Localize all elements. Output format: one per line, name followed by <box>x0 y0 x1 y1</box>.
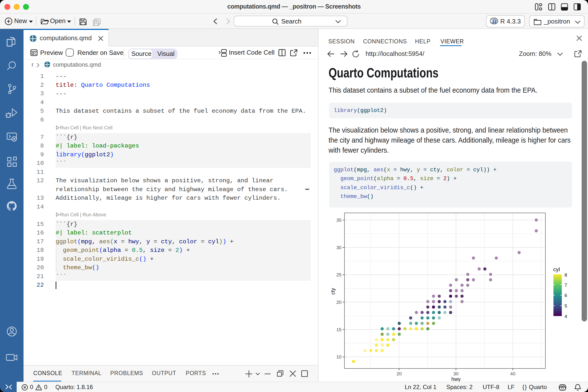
svg-text:4: 4 <box>564 314 567 319</box>
svg-text:30: 30 <box>453 371 458 376</box>
svg-text:6: 6 <box>564 293 567 298</box>
svg-text:5: 5 <box>564 303 567 308</box>
svg-text:30: 30 <box>336 245 342 250</box>
svg-text:cyl: cyl <box>553 266 560 272</box>
svg-text:15: 15 <box>336 327 342 332</box>
svg-text:35: 35 <box>336 218 342 223</box>
svg-text:R: R <box>492 18 496 25</box>
svg-text:8: 8 <box>564 272 567 278</box>
svg-text:40: 40 <box>510 371 515 376</box>
svg-text:hwy: hwy <box>451 376 460 382</box>
svg-text:10: 10 <box>336 354 342 360</box>
svg-text:20: 20 <box>396 371 402 376</box>
svg-text:20: 20 <box>336 300 342 305</box>
svg-text:7: 7 <box>564 282 567 288</box>
svg-text:cty: cty <box>330 288 336 294</box>
svg-text:25: 25 <box>336 272 342 277</box>
